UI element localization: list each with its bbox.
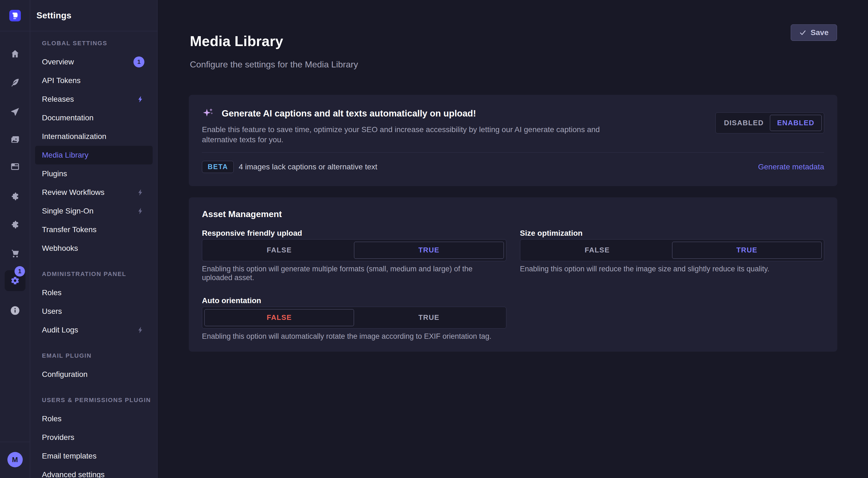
plugins-icon[interactable] bbox=[9, 191, 21, 202]
check-icon bbox=[799, 29, 806, 36]
ai-toggle-option-enabled[interactable]: ENABLED bbox=[770, 115, 822, 131]
page-title: Media Library bbox=[190, 33, 837, 49]
sidebar-item-audit-logs[interactable]: Audit Logs bbox=[35, 321, 153, 339]
info-icon[interactable] bbox=[9, 305, 21, 316]
sidebar-item-releases[interactable]: Releases bbox=[35, 90, 153, 109]
nav-section-label: USERS & PERMISSIONS PLUGIN bbox=[35, 394, 153, 406]
media-library-icon[interactable] bbox=[9, 134, 21, 145]
field-hint: Enabling this option will generate multi… bbox=[202, 265, 498, 282]
responsive-friendly-upload-toggle: FALSETRUE bbox=[202, 239, 506, 261]
field-hint: Enabling this option will automatically … bbox=[202, 332, 498, 341]
page-subtitle: Configure the settings for the Media Lib… bbox=[190, 59, 837, 70]
sidebar-item-plugins[interactable]: Plugins bbox=[35, 165, 153, 183]
settings-icon[interactable] bbox=[9, 275, 21, 286]
plugin-alt-icon[interactable] bbox=[9, 219, 21, 230]
sidebar-item-single-sign-on[interactable]: Single Sign-On bbox=[35, 202, 153, 220]
sidebar-item-documentation[interactable]: Documentation bbox=[35, 109, 153, 127]
sidebar-item-label: Audit Logs bbox=[42, 326, 137, 334]
sidebar-item-label: Roles bbox=[42, 414, 145, 423]
sidebar: Settings 1M GLOBAL SETTINGSOverview1API … bbox=[0, 0, 158, 478]
missing-captions-status: 4 images lack captions or alternative te… bbox=[239, 162, 377, 171]
sidebar-item-media-library[interactable]: Media Library bbox=[35, 146, 153, 165]
sidebar-item-label: Configuration bbox=[42, 370, 145, 379]
card-divider bbox=[202, 152, 824, 153]
save-button[interactable]: Save bbox=[791, 24, 837, 41]
settings-nav: GLOBAL SETTINGSOverview1API TokensReleas… bbox=[30, 31, 157, 478]
sidebar-item-api-tokens[interactable]: API Tokens bbox=[35, 71, 153, 90]
nav-section-label: GLOBAL SETTINGS bbox=[35, 37, 153, 49]
sidebar-item-label: API Tokens bbox=[42, 76, 145, 85]
responsive-friendly-upload-option-false[interactable]: FALSE bbox=[205, 242, 354, 259]
nav-section-administration-panel: ADMINISTRATION PANELRolesUsersAudit Logs bbox=[35, 268, 153, 339]
sidebar-item-label: Single Sign-On bbox=[42, 207, 137, 215]
nav-section-label: EMAIL PLUGIN bbox=[35, 350, 153, 362]
size-optimization-toggle: FALSETRUE bbox=[520, 239, 825, 261]
sidebar-item-label: Overview bbox=[42, 58, 133, 66]
sidebar-item-review-workflows[interactable]: Review Workflows bbox=[35, 183, 153, 202]
sidebar-item-label: Transfer Tokens bbox=[42, 225, 145, 234]
save-button-label: Save bbox=[811, 28, 829, 37]
responsive-friendly-upload-option-true[interactable]: TRUE bbox=[354, 242, 504, 259]
sidebar-item-configuration[interactable]: Configuration bbox=[35, 365, 153, 384]
sidebar-item-webhooks[interactable]: Webhooks bbox=[35, 239, 153, 258]
sidebar-item-internationalization[interactable]: Internationalization bbox=[35, 127, 153, 146]
asset-settings-grid: Responsive friendly uploadFALSETRUEEnabl… bbox=[202, 228, 824, 341]
sidebar-item-label: Review Workflows bbox=[42, 188, 137, 197]
sidebar-item-label: Providers bbox=[42, 433, 145, 442]
beta-status-row: BETA 4 images lack captions or alternati… bbox=[202, 161, 824, 173]
sidebar-header: Settings bbox=[30, 0, 157, 31]
field-label: Auto orientation bbox=[202, 295, 506, 306]
ai-toggle-option-disabled[interactable]: DISABLED bbox=[718, 115, 770, 131]
generate-metadata-link[interactable]: Generate metadata bbox=[758, 162, 824, 171]
sidebar-item-label: Advanced settings bbox=[42, 470, 145, 478]
field-label: Size optimization bbox=[520, 228, 825, 239]
layout-icon[interactable] bbox=[9, 161, 21, 172]
main-content: Media Library Configure the settings for… bbox=[158, 0, 868, 478]
settings-notification-badge: 1 bbox=[14, 266, 25, 276]
sidebar-item-label: Documentation bbox=[42, 114, 145, 122]
size-optimization-option-false[interactable]: FALSE bbox=[523, 242, 672, 259]
sidebar-item-overview[interactable]: Overview1 bbox=[35, 53, 153, 71]
ai-enabled-toggle: DISABLEDENABLED bbox=[715, 112, 824, 133]
sidebar-item-roles[interactable]: Roles bbox=[35, 410, 153, 428]
brand-area bbox=[0, 0, 30, 31]
sidebar-item-providers[interactable]: Providers bbox=[35, 428, 153, 447]
auto-orientation-toggle: FALSETRUE bbox=[202, 307, 506, 329]
size-optimization-option-true[interactable]: TRUE bbox=[672, 242, 822, 259]
sidebar-item-label: Plugins bbox=[42, 169, 145, 178]
nav-section-users-permissions-plugin: USERS & PERMISSIONS PLUGINRolesProviders… bbox=[35, 394, 153, 478]
field-label: Responsive friendly upload bbox=[202, 228, 506, 239]
sidebar-item-label: Email templates bbox=[42, 452, 145, 460]
sidebar-item-transfer-tokens[interactable]: Transfer Tokens bbox=[35, 220, 153, 239]
sidebar-item-users[interactable]: Users bbox=[35, 302, 153, 321]
content-manager-icon[interactable] bbox=[9, 77, 21, 88]
field-size-optimization: Size optimizationFALSETRUEEnabling this … bbox=[520, 228, 825, 282]
asset-management-card: Asset Management Responsive friendly upl… bbox=[189, 197, 837, 352]
ai-card-description: Enable this feature to save time, optimi… bbox=[202, 124, 610, 145]
sidebar-item-label: Users bbox=[42, 307, 145, 316]
field-hint: Enabling this option will reduce the ima… bbox=[520, 265, 816, 273]
user-avatar[interactable]: M bbox=[7, 452, 23, 467]
sidebar-item-label: Internationalization bbox=[42, 132, 145, 141]
auto-orientation-option-false[interactable]: FALSE bbox=[205, 309, 354, 326]
nav-section-label: ADMINISTRATION PANEL bbox=[35, 268, 153, 280]
marketplace-icon[interactable] bbox=[9, 248, 21, 259]
sidebar-item-roles[interactable]: Roles bbox=[35, 283, 153, 302]
sidebar-item-email-templates[interactable]: Email templates bbox=[35, 447, 153, 466]
sidebar-item-label: Roles bbox=[42, 288, 145, 297]
content-type-builder-icon[interactable] bbox=[9, 106, 21, 117]
ai-captions-card: Generate AI captions and alt texts autom… bbox=[189, 95, 837, 186]
sidebar-item-advanced-settings[interactable]: Advanced settings bbox=[35, 466, 153, 478]
field-responsive-friendly-upload: Responsive friendly uploadFALSETRUEEnabl… bbox=[202, 228, 506, 282]
strapi-logo bbox=[5, 5, 26, 26]
ai-card-title: Generate AI captions and alt texts autom… bbox=[222, 108, 476, 119]
strapi-logo-icon bbox=[9, 10, 21, 21]
home-icon[interactable] bbox=[9, 48, 21, 59]
auto-orientation-option-true[interactable]: TRUE bbox=[354, 309, 504, 326]
sparkles-icon bbox=[202, 107, 215, 120]
lightning-icon bbox=[137, 326, 145, 334]
sidebar-item-label: Media Library bbox=[42, 151, 145, 159]
lightning-icon bbox=[137, 188, 145, 196]
lightning-icon bbox=[137, 207, 145, 215]
sidebar-item-label: Webhooks bbox=[42, 244, 145, 253]
